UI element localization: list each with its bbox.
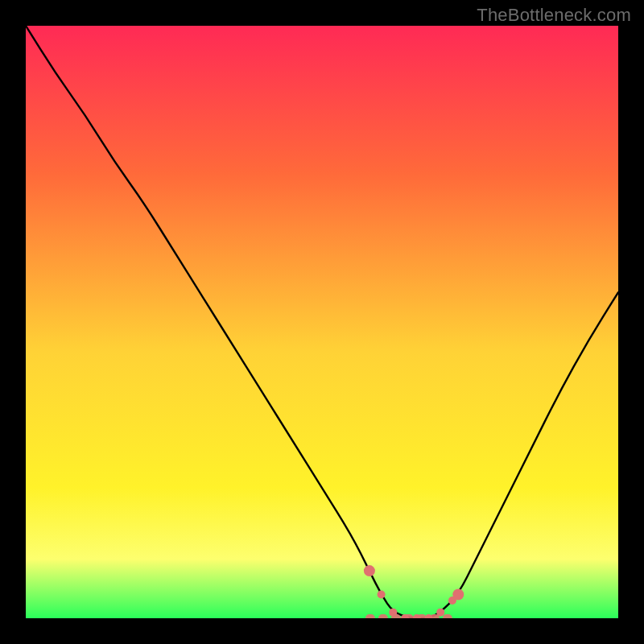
watermark-text: TheBottleneck.com	[477, 5, 631, 26]
minimum-marker-dot	[364, 565, 375, 576]
minimum-marker-dot	[378, 591, 386, 599]
chart-frame: TheBottleneck.com	[0, 0, 644, 644]
minimum-marker-dot	[452, 589, 464, 601]
bottleneck-chart	[26, 26, 618, 618]
plot-background	[26, 26, 618, 618]
